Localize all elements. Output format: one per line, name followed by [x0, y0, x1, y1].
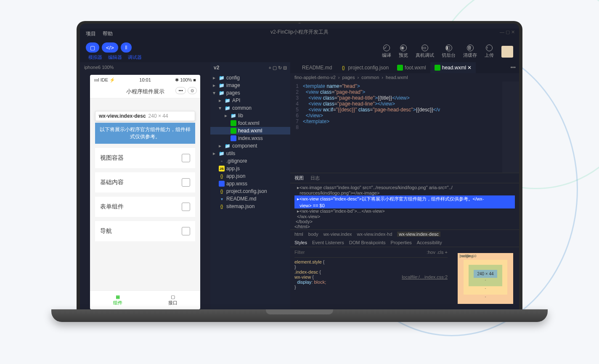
explorer-root[interactable]: v2: [214, 65, 219, 71]
laptop-frame: v2-FinClip小程序开发工具 — ▢ ✕ 项目 帮助 ▢ </> ⫴: [77, 21, 522, 322]
breadcrumb: fino-applet-demo-v2 › pages › common › h…: [290, 73, 519, 82]
switch-bg-button[interactable]: ◧切后台: [442, 45, 456, 58]
real-debug-button[interactable]: ▭真机调试: [416, 45, 434, 58]
box-model: margin 10 border - padding - 240 × 44 - …: [452, 247, 519, 309]
phone-list-item[interactable]: 视图容器: [95, 148, 195, 168]
preview-button[interactable]: ◉预览: [399, 45, 408, 58]
phone-list-item[interactable]: 基础内容: [95, 172, 195, 193]
highlighted-element[interactable]: 以下将展示小程序官方组件能力，组件样式仅供参考。: [95, 123, 195, 144]
dom-inspector[interactable]: ▸<wx-image class="index-logo" src="../re…: [290, 183, 519, 229]
devtools-subtabs: StylesEvent ListenersDOM BreakpointsProp…: [290, 238, 519, 247]
menu-help[interactable]: 帮助: [103, 30, 113, 37]
phone-time: 10:01: [139, 77, 151, 83]
upload-button[interactable]: ↑上传: [485, 45, 494, 58]
editor-tab[interactable]: README.md: [290, 62, 336, 73]
ide-root: v2-FinClip小程序开发工具 — ▢ ✕ 项目 帮助 ▢ </> ⫴: [80, 29, 519, 309]
tree-item[interactable]: JSapp.js: [210, 165, 290, 172]
tree-item[interactable]: head.wxml: [210, 127, 290, 135]
clear-cache-button[interactable]: 🗑清缓存: [463, 45, 477, 58]
tree-item[interactable]: {}app.json: [210, 172, 290, 180]
styles-panel[interactable]: Filter :hov .cls + element.style {}.inde…: [290, 247, 452, 309]
simulator-pane: iphone6 100% ıııl IDE ⚡ 10:01 ✱ 100% ■ 小…: [80, 62, 210, 309]
editor-label: 编辑器: [108, 54, 122, 61]
filter-controls[interactable]: :hov .cls +: [427, 250, 448, 255]
tree-item[interactable]: index.wxss: [210, 135, 290, 142]
editor-tab[interactable]: foot.wxml: [393, 62, 430, 73]
phone-close-icon[interactable]: ⊙: [188, 87, 197, 94]
file-explorer: v2 + ▢ ↻ ⊟ ▸config▸image▾pages▸API▾commo…: [210, 62, 290, 309]
toolbar: ▢ </> ⫴ 模拟器 编辑器 调试器 ✓编译 ◉预览 ▭真机调试: [80, 39, 519, 62]
tree-item[interactable]: ▸API: [210, 97, 290, 104]
editor-tabs: README.md{}project.config.jsonfoot.wxmlh…: [290, 62, 519, 73]
tree-item[interactable]: ▸component: [210, 142, 290, 150]
tree-item[interactable]: ▾pages: [210, 89, 290, 97]
editor-pane: README.md{}project.config.jsonfoot.wxmlh…: [290, 62, 519, 309]
tree-item[interactable]: {}sitemap.json: [210, 203, 290, 210]
devtools-tab-view[interactable]: 视图: [294, 175, 304, 181]
inspect-tooltip: wx-view.index-desc240 × 44: [95, 111, 195, 121]
phone-tab-api[interactable]: ▢接口: [145, 291, 200, 309]
sim-device-label: iphone6 100%: [80, 62, 210, 72]
avatar[interactable]: [501, 46, 513, 58]
compile-button[interactable]: ✓编译: [382, 45, 391, 58]
debugger-pill[interactable]: ⫴: [121, 42, 132, 53]
tree-item[interactable]: {}project.config.json: [210, 187, 290, 195]
tree-item[interactable]: ▸lib: [210, 112, 290, 119]
phone-battery: ✱ 100% ■: [175, 77, 196, 83]
devtools-breadcrumb: htmlbodywx-view.indexwx-view.index-hdwx-…: [290, 229, 519, 238]
tree-item[interactable]: ▫.gitignore: [210, 157, 290, 165]
tree-item[interactable]: ▸config: [210, 74, 290, 82]
tree-item[interactable]: foot.wxml: [210, 119, 290, 127]
tree-item[interactable]: app.wxss: [210, 180, 290, 187]
menu-project[interactable]: 项目: [86, 30, 96, 37]
tree-item[interactable]: ▸utils: [210, 150, 290, 157]
menubar: 项目 帮助: [80, 29, 519, 39]
phone-more-icon[interactable]: •••: [175, 87, 186, 94]
devtools: 视图 日志 ▸<wx-image class="index-logo" src=…: [290, 173, 519, 309]
phone-preview: ıııl IDE ⚡ 10:01 ✱ 100% ■ 小程序组件展示 ••• ⊙: [90, 75, 200, 309]
phone-tab-component[interactable]: ▦组件: [90, 291, 145, 309]
phone-list-item[interactable]: 导航: [95, 221, 195, 241]
tree-item[interactable]: ▾README.md: [210, 195, 290, 203]
code-editor[interactable]: 1<template name="head">2 <view class="pa…: [290, 82, 519, 173]
phone-signal: ıııl IDE ⚡: [94, 77, 115, 83]
editor-tab[interactable]: {}project.config.json: [336, 62, 393, 73]
tree-item[interactable]: ▸image: [210, 82, 290, 89]
devtools-tab-log[interactable]: 日志: [310, 175, 320, 181]
editor-tab[interactable]: head.wxml ✕: [430, 62, 476, 73]
phone-list-item[interactable]: 表单组件: [95, 197, 195, 217]
tree-item[interactable]: ▾common: [210, 104, 290, 112]
filter-input[interactable]: Filter: [294, 250, 305, 255]
minimap[interactable]: [502, 82, 519, 173]
simulator-pill[interactable]: ▢: [86, 42, 99, 53]
tabs-more-icon[interactable]: •••: [507, 65, 519, 71]
simulator-label: 模拟器: [88, 54, 102, 61]
window-controls[interactable]: — ▢ ✕: [500, 29, 515, 35]
debugger-label: 调试器: [128, 54, 142, 61]
phone-title: 小程序组件展示: [126, 88, 164, 95]
editor-pill[interactable]: </>: [102, 42, 118, 53]
